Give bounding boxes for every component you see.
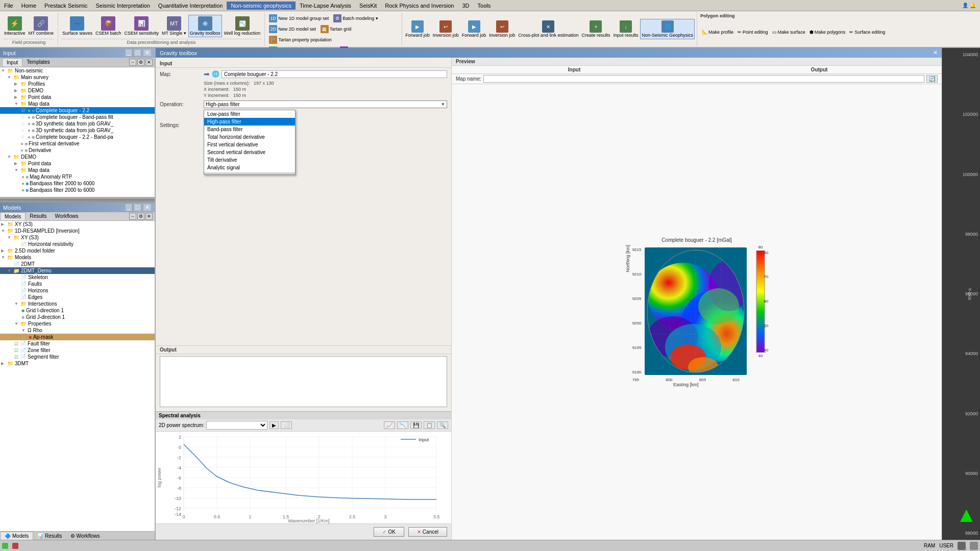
btn-make-profile[interactable]: 📐Make profile [700, 29, 735, 35]
tree-item-3d-synth1[interactable]: □ ●■ 3D synthetic data from job GRAV_ [0, 120, 155, 127]
op-tilt[interactable]: Tilt derivative [204, 156, 295, 164]
tree-collapse-all[interactable]: − [129, 59, 136, 66]
tab-workflows[interactable]: Workflows [51, 212, 83, 220]
ok-button[interactable]: ✓ OK [374, 527, 404, 537]
tree-item-xy53-2[interactable]: ▼ 📁 XY (S3) [0, 234, 155, 241]
tree-item-segment-filter[interactable]: ☑ 📄 Segment filter [0, 354, 155, 360]
tree-settings[interactable]: ⚙ [137, 59, 144, 66]
tree-item-1d-resampled[interactable]: ▼ 📁 1D-RESAMPLED [Inversion] [0, 228, 155, 234]
tree-item-3dmt[interactable]: ▶ 📁 3DMT [0, 360, 155, 367]
panel-minimize[interactable]: _ [125, 49, 132, 57]
btn-crossplot[interactable]: ✕ Cross-plot and link estimation [517, 19, 579, 39]
btn-batch-modeling[interactable]: ⚙ Batch modeling ▾ [331, 13, 380, 23]
tree-item-skeleton[interactable]: 📄 Skeleton [0, 274, 155, 281]
panel-maximize[interactable]: □ [134, 49, 141, 57]
tree-item-bouguer-bandpass[interactable]: □ ●■ Complete bouguer - Band-pass filt [0, 114, 155, 120]
tree-item-zone-filter[interactable]: ☑ 📄 Zone filter [0, 347, 155, 354]
btn-surface-waves[interactable]: 〰️ File Surface waves [61, 15, 93, 37]
cancel-button[interactable]: ✕ Cancel [408, 527, 447, 537]
btn-gravity-toolbox[interactable]: ⊕ Gravity toolbox [188, 15, 222, 37]
op-analytic[interactable]: Analytic signal [204, 164, 295, 171]
tree-item-derivative[interactable]: ●■ Derivative [0, 147, 155, 154]
chart-icon5[interactable]: 🔍 [437, 421, 448, 429]
tree-item-fault-filter[interactable]: ☑ 📄 Fault filter [0, 340, 155, 347]
tree-item-mag-anomaly[interactable]: ●■ Mag Anomaly RTP [0, 173, 155, 180]
tree-item-rho[interactable]: ▼ Ω Rho [0, 327, 155, 334]
operation-dropdown-trigger[interactable]: High-pass filter ▼ [204, 101, 447, 108]
menu-rock[interactable]: Rock Physics and Inversion [381, 2, 458, 10]
op-first-vert[interactable]: First vertical derivative [204, 141, 295, 148]
btn-forward2[interactable]: ▶ Forward job [461, 19, 487, 39]
tree-item-first-vert[interactable]: ●■ First vertical derivative [0, 140, 155, 147]
tab-models-bottom[interactable]: 🔷 Models [0, 532, 33, 540]
spectral-btn2[interactable]: ⬜ [281, 421, 292, 429]
panel-close[interactable]: ✕ [143, 49, 152, 57]
btn-make-surface[interactable]: ▭Make surface [771, 29, 807, 35]
spectral-btn1[interactable]: ▶ [270, 421, 279, 429]
btn-1d-model[interactable]: 1D New 1D model group set [267, 13, 331, 23]
menu-file[interactable]: File [0, 2, 17, 10]
dropdown-scrollbar[interactable] [204, 172, 295, 174]
tree-item-horiz-resist[interactable]: 📄 Horizontal resistivity [0, 241, 155, 247]
tree-item-properties[interactable]: ▼ 📁 Properties [0, 320, 155, 327]
tree-item-grid-i[interactable]: ■ Grid I-direction 1 [0, 307, 155, 314]
tree-item-25d-folder[interactable]: ▶ 📁 2.5D model folder [0, 247, 155, 254]
tree-item-pointdata2[interactable]: ▶ 📁 Point data [0, 160, 155, 167]
tree-item-nonseismic[interactable]: ▼ 📁 Non-seismic [0, 67, 155, 74]
tree-item-mapdata[interactable]: ▼ 📁 Map data [0, 101, 155, 107]
power-spectrum-select[interactable] [206, 421, 267, 430]
menu-nonseismic[interactable]: Non-seismic geophysics [227, 2, 296, 10]
op-lowpass[interactable]: Low-pass filter [204, 110, 295, 118]
btn-forward-job[interactable]: ▶ Forward job [404, 19, 431, 39]
tree-item-faults[interactable]: 📄 Faults [0, 281, 155, 287]
op-second-vert[interactable]: Second vertical derivative [204, 148, 295, 156]
tree-item-xy53-1[interactable]: ▶ 📁 XY (S3) [0, 221, 155, 228]
tab-results-bottom[interactable]: 📊 Results [33, 532, 66, 540]
tree-item-complete-bouguer[interactable]: ☑ ●■ Complete bouguer - 2.2 [0, 107, 155, 114]
btn-csem-batch[interactable]: 📦 CSEM batch [94, 15, 122, 37]
map-nav-btn[interactable]: ➡ [204, 70, 210, 78]
btn-input-results[interactable]: ↓ Input results [612, 19, 639, 39]
btn-surface-editing[interactable]: ✏Surface editing [848, 29, 887, 35]
op-bandpass[interactable]: Band-pass filter [204, 126, 295, 133]
models-minimize[interactable]: _ [125, 204, 132, 211]
gravity-close-btn[interactable]: ✕ [933, 49, 938, 56]
chart-icon2[interactable]: 📉 [397, 421, 408, 429]
btn-2d-model[interactable]: 2D New 2D model set [267, 24, 318, 34]
btn-inversion-job[interactable]: ↩ Inversion job [432, 19, 460, 39]
menu-home[interactable]: Home [17, 2, 40, 10]
map-name-refresh[interactable]: 🔄 [926, 75, 938, 83]
tree-item-demo1[interactable]: ▶ 📁 DEMO [0, 87, 155, 94]
btn-mt-single[interactable]: MT MT Single ▾ [161, 15, 187, 37]
btn-tartan-grid[interactable]: ▦ Tartan grid [318, 24, 354, 34]
tree-close[interactable]: ✕ [145, 59, 153, 66]
tree-item-intersections[interactable]: ▼ 📁 Intersections [0, 300, 155, 307]
tree-item-pointdata[interactable]: ▶ 📁 Point data [0, 94, 155, 101]
tab-templates[interactable]: Templates [22, 58, 54, 66]
models-maximize[interactable]: □ [134, 204, 141, 211]
chart-icon1[interactable]: 📈 [384, 421, 395, 429]
btn-well-log[interactable]: 📉 Well log reduction [223, 15, 261, 37]
tab-models[interactable]: Models [0, 212, 26, 220]
tree-item-3d-synth2[interactable]: □ ●■ 3D synthetic data from job GRAV_ [0, 127, 155, 134]
tree-item-2dmt-demo[interactable]: ▼ 📁 2DMT_Demo [0, 267, 155, 274]
menu-3d[interactable]: 3D [458, 2, 473, 10]
btn-csem-sens[interactable]: 📊 CSEM sensitivity [123, 15, 160, 37]
models-ctrl1[interactable]: − [129, 213, 136, 220]
menu-timelapse[interactable]: Time-Lapse Analysis [296, 2, 355, 10]
tree-item-profiles[interactable]: ▶ 📁 Profiles [0, 81, 155, 87]
tree-item-bouguer-band2[interactable]: □ ●■ Complete bouguer - 2.2 - Band-pa [0, 134, 155, 140]
tree-item-ap-mask[interactable]: ■ Ap-mask [0, 334, 155, 340]
map-name-input[interactable] [483, 75, 924, 83]
btn-make-polygons[interactable]: ⬟Make polygons [808, 29, 847, 35]
btn-create-results[interactable]: + Create results [580, 19, 611, 39]
btn-tartan-prop[interactable]: 🏁 Spectral analysis Tartan property popu… [267, 35, 334, 45]
btn-inversion2[interactable]: ↩ Inversion job [488, 19, 516, 39]
tree-item-grid-j[interactable]: ■ Grid J-direction 1 [0, 314, 155, 320]
menu-prestack[interactable]: Prestack Seismic [40, 2, 91, 10]
tree-item-2dmt[interactable]: 📄 2DMT [0, 261, 155, 267]
tree-item-mapdata2[interactable]: ▼ 📁 Map data [0, 167, 155, 173]
tree-item-models-folder[interactable]: ▼ 📁 Models [0, 254, 155, 261]
menu-seismic[interactable]: Seismic Interpretation [91, 2, 154, 10]
tree-item-horizons[interactable]: 📄 Horizons [0, 287, 155, 294]
